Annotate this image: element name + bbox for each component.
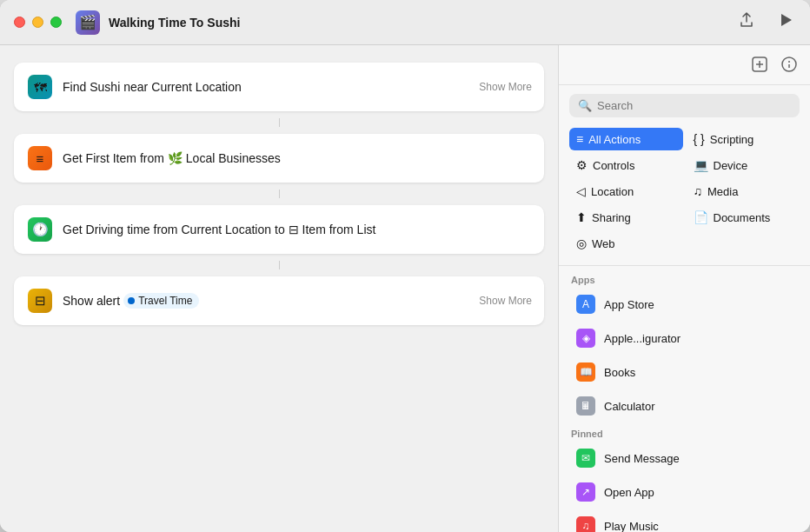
cat-controls[interactable]: ⚙ Controls: [569, 154, 683, 176]
send-message-item[interactable]: ✉ Send Message: [564, 442, 805, 475]
show-alert-text: Show alert Travel Time: [63, 293, 530, 309]
search-bar[interactable]: 🔍: [569, 94, 800, 117]
play-music-icon: ♫: [576, 516, 595, 532]
right-panel: 🔍 ≡ All Actions { } Scripting ⚙ Controls: [558, 45, 810, 532]
get-first-item-icon: ≡: [28, 146, 52, 170]
cat-sharing-icon: ⬆: [576, 210, 587, 224]
cat-all-actions-icon: ≡: [576, 132, 583, 146]
get-first-item-text: Get First Item from 🌿 Local Businesses: [63, 151, 530, 165]
cat-web-label: Web: [592, 237, 615, 250]
svg-point-5: [788, 61, 790, 63]
category-grid: ≡ All Actions { } Scripting ⚙ Controls 💻…: [559, 124, 810, 262]
app-store-icon: A: [576, 295, 595, 314]
time-from-label: time from: [127, 223, 177, 236]
show-alert-card[interactable]: ⊟ Show alert Travel Time Show More: [14, 276, 544, 325]
cat-media[interactable]: ♫ Media: [687, 180, 800, 203]
show-alert-icon: ⊟: [28, 289, 52, 313]
cat-controls-label: Controls: [593, 159, 634, 172]
apple-configurator-item[interactable]: ◈ Apple...igurator: [564, 322, 805, 355]
cat-location[interactable]: ◁ Location: [569, 180, 683, 203]
search-icon: 🔍: [578, 99, 592, 112]
maximize-button[interactable]: [50, 17, 62, 28]
first-item-token: First Item: [86, 151, 136, 165]
cat-device[interactable]: 💻 Device: [687, 154, 800, 176]
apps-section-label: Apps: [559, 269, 810, 287]
cat-device-icon: 💻: [694, 158, 708, 172]
title-bar: 🎬 Walking Time To Sushi: [0, 0, 810, 45]
books-item[interactable]: 📖 Books: [564, 356, 805, 389]
find-sushi-text: Find Sushi near Current Location: [63, 80, 530, 94]
show-more-1[interactable]: Show More: [479, 81, 532, 93]
minimize-button[interactable]: [32, 17, 43, 28]
badge-dot: [128, 297, 135, 304]
cat-all-actions[interactable]: ≡ All Actions: [569, 128, 683, 150]
get-driving-time-icon: 🕐: [28, 217, 52, 242]
get-driving-time-card[interactable]: 🕐 Get Driving time from Current Location…: [14, 205, 544, 254]
apple-configurator-icon: ◈: [576, 329, 595, 348]
driving-token: Driving: [86, 223, 124, 236]
app-store-label: App Store: [604, 298, 654, 311]
left-panel: 🗺 Find Sushi near Current Location Show …: [0, 45, 558, 532]
share-button[interactable]: [735, 9, 758, 36]
cat-controls-icon: ⚙: [576, 158, 588, 172]
calculator-item[interactable]: 🖩 Calculator: [564, 389, 805, 422]
open-app-item[interactable]: ↗ Open App: [564, 475, 805, 509]
title-bar-actions: [735, 9, 796, 36]
right-panel-header: [559, 45, 810, 85]
get-driving-time-text: Get Driving time from Current Location t…: [63, 223, 530, 236]
show-more-2[interactable]: Show More: [479, 295, 532, 307]
current-location-token-1: Current Location: [151, 80, 242, 94]
main-content: 🗺 Find Sushi near Current Location Show …: [0, 45, 810, 532]
cat-media-label: Media: [707, 185, 738, 198]
play-music-item[interactable]: ♫ Play Music: [564, 509, 805, 532]
books-label: Books: [604, 366, 635, 379]
app-icon: 🎬: [76, 10, 100, 35]
find-sushi-icon: 🗺: [28, 75, 52, 99]
current-location-token-2: Current Location: [182, 223, 272, 236]
svg-marker-0: [781, 14, 792, 26]
cat-location-icon: ◁: [576, 184, 586, 198]
open-app-label: Open App: [604, 486, 654, 499]
add-action-button[interactable]: [751, 56, 768, 77]
travel-time-badge: Travel Time: [123, 293, 199, 309]
show-alert-label: Show alert: [63, 294, 120, 308]
right-panel-actions: [751, 56, 798, 77]
run-button[interactable]: [775, 10, 796, 35]
cat-location-label: Location: [591, 185, 634, 198]
send-message-icon: ✉: [576, 449, 595, 468]
divider-1: [559, 265, 810, 266]
cat-scripting[interactable]: { } Scripting: [687, 128, 800, 150]
get-label-2: Get: [63, 223, 83, 236]
near-label: near: [123, 80, 148, 94]
get-label-1: Get: [63, 151, 83, 165]
cat-documents-icon: 📄: [694, 210, 708, 224]
find-sushi-card[interactable]: 🗺 Find Sushi near Current Location Show …: [14, 63, 544, 111]
cat-documents[interactable]: 📄 Documents: [687, 206, 800, 229]
cat-web[interactable]: ◎ Web: [569, 232, 683, 255]
cat-scripting-label: Scripting: [710, 133, 754, 146]
cat-scripting-icon: { }: [694, 132, 705, 146]
sushi-token: Sushi: [90, 80, 120, 94]
connector-1: [279, 118, 280, 127]
traffic-lights: [14, 17, 62, 28]
apple-configurator-label: Apple...igurator: [604, 332, 681, 345]
connector-2: [279, 190, 280, 198]
get-first-item-card[interactable]: ≡ Get First Item from 🌿 Local Businesses: [14, 134, 544, 183]
local-businesses-token: 🌿 Local Businesses: [168, 151, 281, 165]
cat-sharing[interactable]: ⬆ Sharing: [569, 206, 683, 229]
cat-documents-label: Documents: [714, 211, 771, 224]
search-input[interactable]: [597, 99, 791, 112]
action-list: Apps A App Store ◈ Apple...igurator 📖 Bo…: [559, 269, 810, 532]
badge-label: Travel Time: [138, 295, 192, 307]
books-icon: 📖: [576, 362, 595, 382]
calculator-label: Calculator: [604, 400, 655, 413]
close-button[interactable]: [14, 17, 25, 28]
find-label: Find: [63, 80, 86, 94]
app-store-item[interactable]: A App Store: [564, 288, 805, 321]
to-label: to: [275, 223, 285, 236]
connector-3: [279, 261, 280, 269]
cat-sharing-label: Sharing: [592, 211, 631, 224]
play-music-label: Play Music: [604, 520, 659, 533]
info-button[interactable]: [780, 56, 798, 77]
main-window: 🎬 Walking Time To Sushi 🗺 Find: [0, 0, 810, 532]
